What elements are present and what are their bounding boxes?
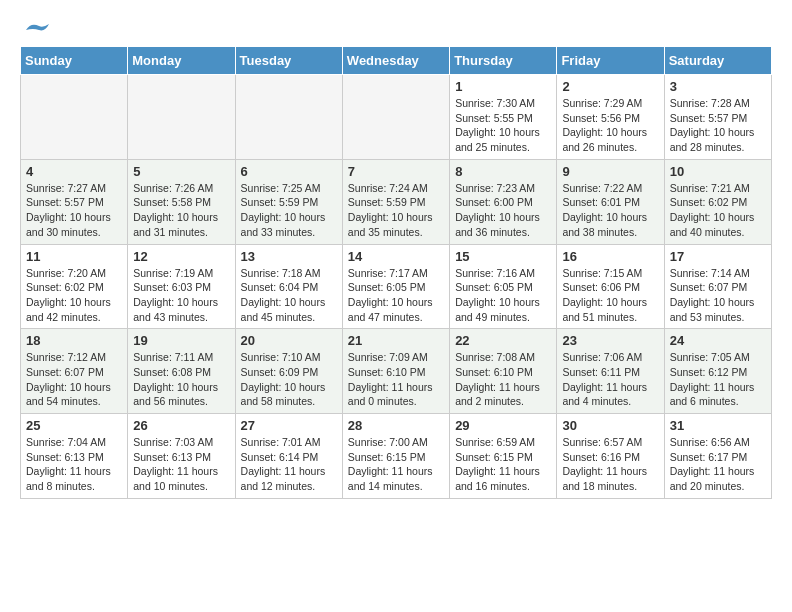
day-info: Sunrise: 7:28 AM Sunset: 5:57 PM Dayligh… xyxy=(670,96,766,155)
daylight-label: Daylight: 11 hours and 2 minutes. xyxy=(455,381,540,408)
daylight-label: Daylight: 11 hours and 12 minutes. xyxy=(241,465,326,492)
calendar-cell: 24 Sunrise: 7:05 AM Sunset: 6:12 PM Dayl… xyxy=(664,329,771,414)
day-number: 2 xyxy=(562,79,658,94)
day-info: Sunrise: 7:17 AM Sunset: 6:05 PM Dayligh… xyxy=(348,266,444,325)
calendar-header-row: SundayMondayTuesdayWednesdayThursdayFrid… xyxy=(21,47,772,75)
day-info: Sunrise: 7:29 AM Sunset: 5:56 PM Dayligh… xyxy=(562,96,658,155)
daylight-label: Daylight: 11 hours and 20 minutes. xyxy=(670,465,755,492)
sunrise-label: Sunrise: 7:14 AM xyxy=(670,267,750,279)
day-info: Sunrise: 7:18 AM Sunset: 6:04 PM Dayligh… xyxy=(241,266,337,325)
day-number: 12 xyxy=(133,249,229,264)
sunset-label: Sunset: 6:10 PM xyxy=(348,366,426,378)
daylight-label: Daylight: 11 hours and 6 minutes. xyxy=(670,381,755,408)
sunset-label: Sunset: 6:11 PM xyxy=(562,366,640,378)
sunset-label: Sunset: 6:13 PM xyxy=(26,451,104,463)
daylight-label: Daylight: 10 hours and 56 minutes. xyxy=(133,381,218,408)
day-number: 3 xyxy=(670,79,766,94)
sunrise-label: Sunrise: 7:28 AM xyxy=(670,97,750,109)
calendar-cell: 13 Sunrise: 7:18 AM Sunset: 6:04 PM Dayl… xyxy=(235,244,342,329)
sunrise-label: Sunrise: 7:01 AM xyxy=(241,436,321,448)
day-number: 4 xyxy=(26,164,122,179)
sunrise-label: Sunrise: 7:15 AM xyxy=(562,267,642,279)
day-number: 11 xyxy=(26,249,122,264)
day-number: 5 xyxy=(133,164,229,179)
calendar-cell: 16 Sunrise: 7:15 AM Sunset: 6:06 PM Dayl… xyxy=(557,244,664,329)
sunrise-label: Sunrise: 7:23 AM xyxy=(455,182,535,194)
week-row-2: 4 Sunrise: 7:27 AM Sunset: 5:57 PM Dayli… xyxy=(21,159,772,244)
sunset-label: Sunset: 6:13 PM xyxy=(133,451,211,463)
header-monday: Monday xyxy=(128,47,235,75)
day-info: Sunrise: 7:10 AM Sunset: 6:09 PM Dayligh… xyxy=(241,350,337,409)
header-saturday: Saturday xyxy=(664,47,771,75)
logo xyxy=(20,20,52,36)
day-info: Sunrise: 7:14 AM Sunset: 6:07 PM Dayligh… xyxy=(670,266,766,325)
day-info: Sunrise: 7:27 AM Sunset: 5:57 PM Dayligh… xyxy=(26,181,122,240)
calendar-cell: 8 Sunrise: 7:23 AM Sunset: 6:00 PM Dayli… xyxy=(450,159,557,244)
week-row-3: 11 Sunrise: 7:20 AM Sunset: 6:02 PM Dayl… xyxy=(21,244,772,329)
sunrise-label: Sunrise: 6:56 AM xyxy=(670,436,750,448)
day-number: 27 xyxy=(241,418,337,433)
calendar-cell: 31 Sunrise: 6:56 AM Sunset: 6:17 PM Dayl… xyxy=(664,414,771,499)
daylight-label: Daylight: 10 hours and 47 minutes. xyxy=(348,296,433,323)
sunrise-label: Sunrise: 7:19 AM xyxy=(133,267,213,279)
calendar-cell: 30 Sunrise: 6:57 AM Sunset: 6:16 PM Dayl… xyxy=(557,414,664,499)
calendar-table: SundayMondayTuesdayWednesdayThursdayFrid… xyxy=(20,46,772,499)
sunset-label: Sunset: 6:06 PM xyxy=(562,281,640,293)
daylight-label: Daylight: 10 hours and 45 minutes. xyxy=(241,296,326,323)
header-sunday: Sunday xyxy=(21,47,128,75)
day-info: Sunrise: 7:01 AM Sunset: 6:14 PM Dayligh… xyxy=(241,435,337,494)
sunset-label: Sunset: 5:55 PM xyxy=(455,112,533,124)
sunset-label: Sunset: 6:04 PM xyxy=(241,281,319,293)
daylight-label: Daylight: 10 hours and 58 minutes. xyxy=(241,381,326,408)
sunset-label: Sunset: 5:59 PM xyxy=(348,196,426,208)
day-number: 14 xyxy=(348,249,444,264)
calendar-cell: 4 Sunrise: 7:27 AM Sunset: 5:57 PM Dayli… xyxy=(21,159,128,244)
day-number: 6 xyxy=(241,164,337,179)
calendar-cell: 18 Sunrise: 7:12 AM Sunset: 6:07 PM Dayl… xyxy=(21,329,128,414)
daylight-label: Daylight: 10 hours and 30 minutes. xyxy=(26,211,111,238)
daylight-label: Daylight: 11 hours and 0 minutes. xyxy=(348,381,433,408)
sunset-label: Sunset: 5:57 PM xyxy=(26,196,104,208)
calendar-cell: 25 Sunrise: 7:04 AM Sunset: 6:13 PM Dayl… xyxy=(21,414,128,499)
calendar-cell: 28 Sunrise: 7:00 AM Sunset: 6:15 PM Dayl… xyxy=(342,414,449,499)
week-row-1: 1 Sunrise: 7:30 AM Sunset: 5:55 PM Dayli… xyxy=(21,75,772,160)
day-info: Sunrise: 7:24 AM Sunset: 5:59 PM Dayligh… xyxy=(348,181,444,240)
sunrise-label: Sunrise: 7:29 AM xyxy=(562,97,642,109)
day-number: 13 xyxy=(241,249,337,264)
sunrise-label: Sunrise: 7:08 AM xyxy=(455,351,535,363)
day-number: 24 xyxy=(670,333,766,348)
daylight-label: Daylight: 10 hours and 51 minutes. xyxy=(562,296,647,323)
day-number: 31 xyxy=(670,418,766,433)
daylight-label: Daylight: 10 hours and 54 minutes. xyxy=(26,381,111,408)
calendar-cell: 26 Sunrise: 7:03 AM Sunset: 6:13 PM Dayl… xyxy=(128,414,235,499)
calendar-cell: 19 Sunrise: 7:11 AM Sunset: 6:08 PM Dayl… xyxy=(128,329,235,414)
calendar-cell: 9 Sunrise: 7:22 AM Sunset: 6:01 PM Dayli… xyxy=(557,159,664,244)
day-number: 9 xyxy=(562,164,658,179)
header-wednesday: Wednesday xyxy=(342,47,449,75)
day-info: Sunrise: 7:19 AM Sunset: 6:03 PM Dayligh… xyxy=(133,266,229,325)
day-number: 16 xyxy=(562,249,658,264)
sunrise-label: Sunrise: 7:10 AM xyxy=(241,351,321,363)
day-number: 22 xyxy=(455,333,551,348)
sunset-label: Sunset: 6:12 PM xyxy=(670,366,748,378)
calendar-cell xyxy=(21,75,128,160)
sunrise-label: Sunrise: 7:26 AM xyxy=(133,182,213,194)
day-info: Sunrise: 7:03 AM Sunset: 6:13 PM Dayligh… xyxy=(133,435,229,494)
sunset-label: Sunset: 5:59 PM xyxy=(241,196,319,208)
sunrise-label: Sunrise: 6:59 AM xyxy=(455,436,535,448)
daylight-label: Daylight: 11 hours and 18 minutes. xyxy=(562,465,647,492)
daylight-label: Daylight: 11 hours and 4 minutes. xyxy=(562,381,647,408)
daylight-label: Daylight: 10 hours and 31 minutes. xyxy=(133,211,218,238)
daylight-label: Daylight: 10 hours and 53 minutes. xyxy=(670,296,755,323)
day-info: Sunrise: 6:56 AM Sunset: 6:17 PM Dayligh… xyxy=(670,435,766,494)
sunset-label: Sunset: 6:14 PM xyxy=(241,451,319,463)
sunrise-label: Sunrise: 7:27 AM xyxy=(26,182,106,194)
daylight-label: Daylight: 11 hours and 8 minutes. xyxy=(26,465,111,492)
sunrise-label: Sunrise: 7:16 AM xyxy=(455,267,535,279)
day-info: Sunrise: 7:22 AM Sunset: 6:01 PM Dayligh… xyxy=(562,181,658,240)
day-number: 29 xyxy=(455,418,551,433)
day-info: Sunrise: 6:57 AM Sunset: 6:16 PM Dayligh… xyxy=(562,435,658,494)
day-info: Sunrise: 7:00 AM Sunset: 6:15 PM Dayligh… xyxy=(348,435,444,494)
calendar-cell: 15 Sunrise: 7:16 AM Sunset: 6:05 PM Dayl… xyxy=(450,244,557,329)
daylight-label: Daylight: 10 hours and 26 minutes. xyxy=(562,126,647,153)
